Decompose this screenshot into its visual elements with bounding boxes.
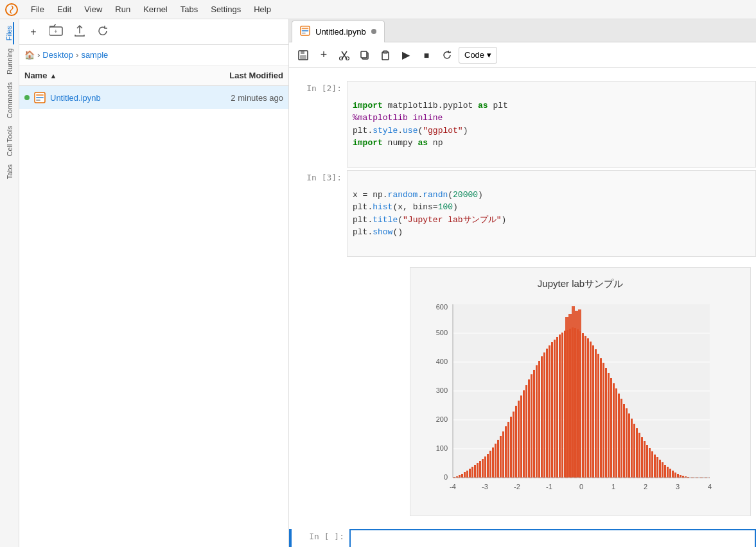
- svg-rect-9: [302, 30, 309, 31]
- svg-rect-97: [595, 349, 597, 478]
- plus-icon: +: [30, 26, 36, 38]
- svg-rect-47: [466, 471, 468, 478]
- svg-rect-55: [487, 454, 489, 478]
- svg-rect-60: [500, 436, 502, 478]
- svg-rect-53: [482, 459, 484, 478]
- cell-2: In [3]: x = np.random.randn(20000) plt.h…: [289, 170, 756, 526]
- svg-rect-57: [492, 447, 494, 478]
- upload-button[interactable]: [71, 23, 89, 41]
- svg-rect-99: [600, 358, 602, 478]
- cell-2-code[interactable]: x = np.random.randn(20000) plt.hist(x, b…: [347, 170, 756, 257]
- svg-rect-109: [626, 408, 628, 478]
- svg-text:600: 600: [436, 303, 448, 311]
- add-cell-button[interactable]: +: [315, 46, 333, 64]
- cell-2-area: x = np.random.randn(20000) plt.hist(x, b…: [347, 170, 756, 526]
- svg-rect-125: [667, 467, 669, 478]
- cell-3-input-area[interactable]: [349, 529, 756, 547]
- stop-button[interactable]: ■: [418, 46, 435, 64]
- svg-rect-46: [464, 472, 466, 478]
- app-logo: [5, 3, 18, 16]
- svg-rect-52: [479, 461, 481, 478]
- svg-text:1: 1: [611, 483, 615, 491]
- menu-edit[interactable]: Edit: [52, 3, 76, 15]
- svg-rect-100: [602, 363, 604, 478]
- svg-rect-78: [546, 349, 548, 478]
- restart-button[interactable]: [438, 46, 456, 64]
- svg-rect-58: [495, 444, 497, 478]
- svg-rect-73: [533, 370, 535, 478]
- svg-rect-112: [633, 424, 635, 478]
- menu-settings[interactable]: Settings: [206, 3, 246, 15]
- menu-help[interactable]: Help: [249, 3, 276, 15]
- svg-rect-115: [641, 437, 643, 478]
- refresh-button[interactable]: [94, 23, 112, 41]
- svg-rect-6: [36, 100, 40, 101]
- new-file-button[interactable]: +: [24, 23, 42, 41]
- svg-rect-134: [572, 306, 575, 478]
- svg-rect-68: [520, 395, 522, 478]
- folder-icon: +: [49, 24, 64, 39]
- breadcrumb-sep1: ›: [37, 50, 40, 60]
- svg-rect-61: [502, 431, 504, 478]
- svg-rect-107: [620, 399, 622, 478]
- svg-rect-72: [531, 374, 532, 478]
- file-item-untitled[interactable]: Untitled.ipynb 2 minutes ago: [19, 86, 288, 109]
- cell-1-input-area[interactable]: import matplotlib.pyplot as plt %matplot…: [347, 81, 756, 168]
- svg-rect-82: [556, 337, 558, 478]
- save-button[interactable]: [294, 46, 312, 64]
- svg-rect-83: [559, 334, 561, 478]
- sort-by-name[interactable]: Name ▲: [24, 71, 193, 80]
- svg-rect-123: [662, 462, 664, 478]
- cut-button[interactable]: [335, 46, 353, 64]
- svg-rect-114: [638, 433, 640, 478]
- menu-kernel[interactable]: Kernel: [138, 3, 173, 15]
- file-panel: + +: [19, 19, 289, 547]
- svg-rect-122: [659, 460, 661, 478]
- svg-rect-92: [582, 333, 584, 478]
- svg-rect-70: [525, 385, 527, 478]
- home-icon[interactable]: 🏠: [24, 50, 35, 60]
- svg-text:400: 400: [436, 358, 448, 365]
- svg-rect-63: [507, 422, 509, 478]
- svg-rect-69: [523, 390, 525, 478]
- notebook-area: Untitled.ipynb +: [289, 19, 756, 547]
- svg-rect-95: [590, 342, 592, 478]
- run-button[interactable]: ▶: [397, 46, 415, 64]
- svg-rect-84: [561, 333, 563, 478]
- notebook-tab-untitled[interactable]: Untitled.ipynb: [292, 21, 385, 42]
- histogram-svg: 0 100 200 300 400 500 600 -4 -3 -2: [421, 298, 723, 503]
- cell-3-code[interactable]: [349, 529, 756, 547]
- file-panel-toolbar: + +: [19, 19, 288, 45]
- svg-rect-108: [623, 404, 625, 478]
- menu-file[interactable]: File: [26, 3, 49, 15]
- menu-view[interactable]: View: [79, 3, 107, 15]
- svg-rect-79: [549, 345, 550, 478]
- notebook-tabs: Untitled.ipynb: [289, 19, 756, 42]
- svg-rect-76: [541, 356, 543, 478]
- name-column-label: Name: [24, 71, 47, 80]
- sidebar-item-commands[interactable]: Commands: [6, 78, 13, 122]
- copy-button[interactable]: [356, 46, 374, 64]
- svg-text:200: 200: [436, 415, 448, 423]
- sort-by-modified[interactable]: Last Modified: [193, 71, 283, 80]
- cell-1-prompt: In [2]:: [289, 81, 347, 168]
- sidebar-item-celltools[interactable]: Cell Tools: [6, 122, 13, 161]
- menu-tabs[interactable]: Tabs: [175, 3, 203, 15]
- svg-rect-77: [543, 352, 545, 478]
- cell-type-selector[interactable]: Code ▾: [459, 47, 497, 64]
- sidebar-item-running[interactable]: Running: [6, 44, 13, 78]
- new-folder-button[interactable]: +: [48, 23, 66, 41]
- menu-run[interactable]: Run: [110, 3, 136, 15]
- svg-rect-135: [575, 311, 578, 478]
- sidebar-item-tabs[interactable]: Tabs: [6, 161, 13, 183]
- paste-button[interactable]: [376, 46, 394, 64]
- tab-title: Untitled.ipynb: [315, 27, 366, 37]
- cell-2-prompt: In [3]:: [289, 170, 347, 526]
- breadcrumb-desktop[interactable]: Desktop: [42, 50, 73, 60]
- sidebar-item-files[interactable]: Files: [5, 22, 14, 44]
- breadcrumb-sample[interactable]: sample: [81, 50, 108, 60]
- breadcrumb: 🏠 › Desktop › sample: [19, 45, 288, 65]
- svg-rect-54: [484, 456, 486, 478]
- svg-rect-80: [551, 342, 553, 478]
- svg-rect-113: [636, 428, 638, 478]
